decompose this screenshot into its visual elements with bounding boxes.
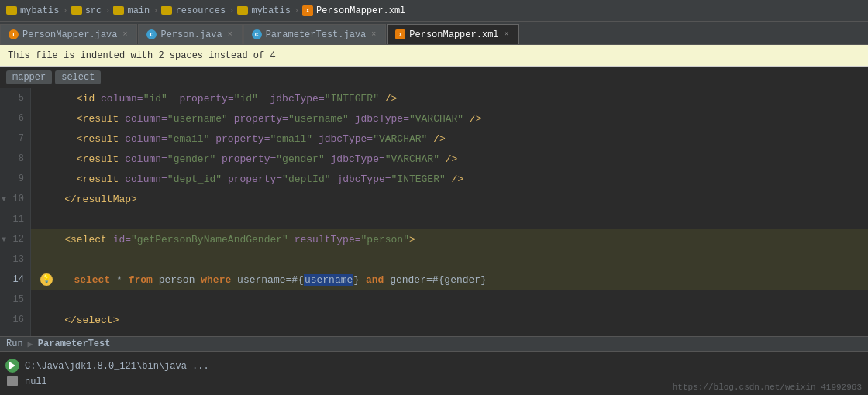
line-num-16: 16 bbox=[0, 310, 30, 330]
tab-close-PersonMapper-java[interactable]: × bbox=[121, 29, 129, 40]
editor-breadcrumb-mapper[interactable]: mapper bbox=[6, 70, 52, 84]
code-line-11 bbox=[31, 209, 868, 229]
code-line-13 bbox=[31, 249, 868, 270]
bulb-icon[interactable]: 💡 bbox=[40, 273, 53, 286]
param-username-highlight: username bbox=[304, 274, 353, 286]
fold-icon-10[interactable]: ▼ bbox=[2, 195, 6, 204]
run-controls: C:\Java\jdk1.8.0_121\bin\java ... null h… bbox=[0, 352, 868, 393]
code-line-12: <select id= "getPersonByNameAndGender" r… bbox=[31, 229, 868, 249]
breadcrumb-sep-5: › bbox=[294, 5, 299, 16]
code-line-7: <result column= "email" property= "email… bbox=[31, 129, 868, 149]
breadcrumb-sep-2: › bbox=[105, 5, 110, 16]
status-url: https://blog.csdn.net/weixin_41992963 bbox=[673, 383, 862, 392]
breadcrumb-item-main[interactable]: main bbox=[113, 5, 150, 16]
breadcrumb-item-resources[interactable]: resources bbox=[161, 5, 226, 16]
tab-PersonMapper-java[interactable]: I PersonMapper.java × bbox=[0, 24, 137, 44]
code-line-9: <result column= "dept_id" property= "dep… bbox=[31, 169, 868, 189]
breadcrumb-item-mybatis[interactable]: mybatis bbox=[6, 5, 59, 16]
notification-bar: This file is indented with 2 spaces inst… bbox=[0, 45, 868, 67]
code-line-15 bbox=[31, 290, 868, 310]
tab-icon-person-java: C bbox=[146, 29, 157, 40]
code-line-14: 💡 select * from person where username=#{… bbox=[31, 270, 868, 290]
line-num-12: ▼ 12 bbox=[0, 229, 30, 249]
line-num-8: 8 bbox=[0, 149, 30, 169]
line-num-13: 13 bbox=[0, 249, 30, 270]
tab-label-ParameterTest-java: ParameterTest.java bbox=[266, 29, 367, 40]
line-num-14: 14 bbox=[0, 270, 30, 290]
line-num-9: 9 bbox=[0, 169, 30, 189]
tab-icon-parametertest-java: C bbox=[252, 29, 262, 40]
breadcrumb-item-file[interactable]: X PersonMapper.xml bbox=[302, 5, 405, 16]
tab-label-PersonMapper-xml: PersonMapper.xml bbox=[409, 29, 498, 40]
line-num-6: 6 bbox=[0, 108, 30, 129]
code-line-5: <id column= "id" property= "id" jdbcType… bbox=[31, 88, 868, 108]
breadcrumb-sep-3: › bbox=[153, 5, 158, 16]
tab-bar: I PersonMapper.java × C Person.java × C … bbox=[0, 22, 868, 45]
line-num-7: 7 bbox=[0, 129, 30, 149]
run-output-line-1: C:\Java\jdk1.8.0_121\bin\java ... bbox=[25, 359, 868, 374]
svg-marker-0 bbox=[9, 362, 16, 369]
tab-close-Person-java[interactable]: × bbox=[226, 29, 234, 40]
tab-icon-personmapper-java: I bbox=[9, 29, 19, 40]
editor-area: 5 6 7 8 9 ▼ 10 11 ▼ 12 13 14 15 16 <id c… bbox=[0, 88, 868, 336]
line-numbers: 5 6 7 8 9 ▼ 10 11 ▼ 12 13 14 15 16 bbox=[0, 88, 31, 336]
play-icon bbox=[9, 362, 16, 369]
line-num-5: 5 bbox=[0, 88, 30, 108]
tab-Person-java[interactable]: C Person.java × bbox=[138, 24, 242, 44]
code-line-6: <result column= "username" property= "us… bbox=[31, 108, 868, 129]
code-content[interactable]: <id column= "id" property= "id" jdbcType… bbox=[31, 88, 868, 336]
tab-close-PersonMapper-xml[interactable]: × bbox=[503, 29, 511, 40]
tab-label-Person-java: Person.java bbox=[160, 29, 222, 40]
line-num-15: 15 bbox=[0, 290, 30, 310]
run-stop-button[interactable] bbox=[7, 376, 18, 386]
line-num-11: 11 bbox=[0, 209, 30, 229]
run-sidebar bbox=[0, 357, 25, 386]
tab-label-PersonMapper-java: PersonMapper.java bbox=[22, 29, 117, 40]
fold-icon-12[interactable]: ▼ bbox=[2, 235, 6, 244]
breadcrumb-sep-1: › bbox=[62, 5, 67, 16]
run-panel-header: Run ▶ ParameterTest bbox=[0, 336, 868, 352]
status-bar: https://blog.csdn.net/weixin_41992963 bbox=[666, 381, 868, 393]
tab-PersonMapper-xml[interactable]: X PersonMapper.xml × bbox=[387, 24, 518, 44]
breadcrumb-bar: mybatis › src › main › resources › mybat… bbox=[0, 0, 868, 22]
breadcrumb-item-mybatis2[interactable]: mybatis bbox=[237, 5, 290, 16]
code-line-8: <result column= "gender" property= "gend… bbox=[31, 149, 868, 169]
tab-ParameterTest-java[interactable]: C ParameterTest.java × bbox=[243, 24, 387, 44]
run-label: Run bbox=[6, 338, 23, 349]
editor-breadcrumb: mapper select bbox=[0, 67, 868, 88]
breadcrumb-item-src[interactable]: src bbox=[71, 5, 102, 16]
run-name: ParameterTest bbox=[38, 338, 111, 349]
breadcrumb-sep-4: › bbox=[229, 5, 234, 16]
code-line-10: </resultMap> bbox=[31, 189, 868, 209]
editor-breadcrumb-select[interactable]: select bbox=[55, 70, 101, 84]
line-num-10: ▼ 10 bbox=[0, 189, 30, 209]
tab-icon-PersonMapper-xml: X bbox=[395, 29, 405, 40]
tab-close-ParameterTest-java[interactable]: × bbox=[370, 29, 377, 40]
run-play-button[interactable] bbox=[5, 359, 19, 373]
notification-text: This file is indented with 2 spaces inst… bbox=[8, 50, 276, 61]
code-line-16: </select> bbox=[31, 310, 868, 330]
